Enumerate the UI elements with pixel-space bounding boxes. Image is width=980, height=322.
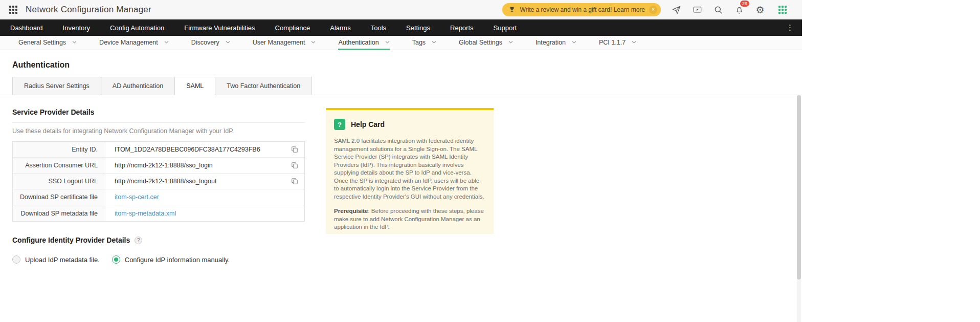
row-label: Download SP certificate file — [13, 189, 105, 205]
nav-item-firmware-vulnerabilities[interactable]: Firmware Vulnerabilities — [184, 24, 255, 32]
nav-item-settings[interactable]: Settings — [406, 24, 430, 32]
chevron-down-icon — [164, 41, 169, 44]
sp-metadata-download-link[interactable]: itom-sp-metadata.xml — [115, 210, 176, 217]
configure-idp-title: Configure Identity Provider Details — [12, 236, 130, 244]
video-tour-icon[interactable] — [692, 4, 703, 15]
table-row: Assertion Consumer URL http://ncmd-2k12-… — [13, 158, 304, 174]
app-grid-icon[interactable] — [9, 6, 17, 14]
sso-logout-url-value: http://ncmd-2k12-1:8888/sso_logout — [105, 174, 287, 189]
row-label: SSO Logout URL — [13, 174, 105, 189]
help-card-title: Help Card — [351, 120, 385, 128]
chevron-down-icon — [632, 41, 636, 44]
chevron-down-icon — [432, 41, 436, 44]
search-icon[interactable] — [712, 4, 724, 15]
help-question-icon[interactable]: ? — [135, 237, 142, 244]
nav-item-dashboard[interactable]: Dashboard — [10, 24, 43, 32]
subnav-item-pci[interactable]: PCI 1.1.7 — [599, 36, 636, 50]
radio-upload-idp-metadata[interactable]: Upload IdP metadata file. — [12, 255, 100, 264]
apps-launcher-icon[interactable] — [778, 6, 787, 14]
row-label: Assertion Consumer URL — [13, 158, 105, 173]
notifications-bell-icon[interactable]: 29 — [733, 4, 745, 15]
tab-two-factor-authentication[interactable]: Two Factor Authentication — [215, 77, 312, 95]
more-options-icon[interactable]: ⋮ — [786, 23, 794, 32]
idp-options: Upload IdP metadata file. Configure IdP … — [12, 255, 305, 264]
copy-icon[interactable] — [291, 142, 298, 157]
chevron-down-icon — [72, 41, 77, 44]
subnav-item-general-settings[interactable]: General Settings — [18, 36, 77, 50]
nav-item-compliance[interactable]: Compliance — [275, 24, 310, 32]
auth-tabs: Radius Server Settings AD Authentication… — [0, 77, 802, 95]
help-card: ? Help Card SAML 2.0 facilitates integra… — [326, 108, 494, 234]
page-title: Authentication — [12, 60, 802, 70]
copy-icon[interactable] — [291, 174, 298, 189]
nav-item-support[interactable]: Support — [494, 24, 517, 32]
promo-close-icon[interactable]: × — [649, 6, 657, 14]
chevron-down-icon — [311, 41, 316, 44]
radio-button-icon-selected[interactable] — [112, 255, 120, 264]
row-label: Download SP metadata file — [13, 205, 105, 221]
section-title: Service Provider Details — [12, 108, 305, 123]
header-actions: Write a review and win a gift card! Lear… — [502, 3, 795, 16]
tab-radius-server-settings[interactable]: Radius Server Settings — [12, 77, 101, 95]
configure-idp-section: Configure Identity Provider Details ? Up… — [12, 236, 305, 264]
copy-icon[interactable] — [291, 158, 298, 173]
send-feedback-icon[interactable] — [671, 4, 682, 15]
acs-url-value: http://ncmd-2k12-1:8888/sso_login — [105, 158, 287, 173]
nav-item-alarms[interactable]: Alarms — [330, 24, 350, 32]
entity-id-value: ITOM_1DD2A78DBEBC096DFC38A177C4293FB6 — [105, 142, 287, 157]
chevron-down-icon — [385, 41, 390, 44]
radio-button-icon[interactable] — [12, 255, 20, 264]
subnav-item-global-settings[interactable]: Global Settings — [459, 36, 513, 50]
app-window: Network Configuration Manager Write a re… — [0, 0, 802, 322]
nav-item-tools[interactable]: Tools — [371, 24, 386, 32]
tab-ad-authentication[interactable]: AD Authentication — [101, 77, 175, 95]
subnav-item-authentication[interactable]: Authentication — [338, 36, 389, 50]
tab-saml[interactable]: SAML — [175, 77, 215, 95]
table-row: Download SP metadata file itom-sp-metada… — [13, 205, 304, 221]
subnav-item-integration[interactable]: Integration — [536, 36, 576, 50]
help-card-body: SAML 2.0 facilitates integration with fe… — [334, 137, 485, 201]
top-header: Network Configuration Manager Write a re… — [0, 0, 802, 19]
settings-gear-icon[interactable]: ⚙ — [754, 4, 766, 15]
subnav-item-user-management[interactable]: User Management — [253, 36, 316, 50]
promo-text: Write a review and win a gift card! Lear… — [520, 6, 645, 13]
table-row: Entity ID. ITOM_1DD2A78DBEBC096DFC38A177… — [13, 142, 304, 158]
sp-details-table: Entity ID. ITOM_1DD2A78DBEBC096DFC38A177… — [12, 141, 305, 222]
help-card-prerequisite: Prerequisite: Before proceeding with the… — [334, 207, 485, 231]
service-provider-section: Service Provider Details Use these detai… — [12, 108, 305, 264]
vertical-scrollbar — [797, 95, 801, 322]
main-nav: Dashboard Inventory Config Automation Fi… — [0, 19, 802, 36]
help-card-question-icon: ? — [334, 119, 345, 130]
trophy-icon — [508, 6, 516, 13]
chevron-down-icon — [226, 41, 230, 44]
sp-certificate-download-link[interactable]: itom-sp-cert.cer — [115, 194, 159, 201]
chevron-down-icon — [508, 41, 513, 44]
table-row: SSO Logout URL http://ncmd-2k12-1:8888/s… — [13, 174, 304, 189]
chevron-down-icon — [572, 41, 576, 44]
scrollbar-thumb[interactable] — [797, 95, 801, 280]
subnav-item-discovery[interactable]: Discovery — [191, 36, 230, 50]
subnav-item-device-management[interactable]: Device Management — [99, 36, 169, 50]
nav-item-reports[interactable]: Reports — [450, 24, 474, 32]
nav-item-inventory[interactable]: Inventory — [63, 24, 90, 32]
settings-sub-nav: General Settings Device Management Disco… — [0, 36, 802, 50]
subnav-item-tags[interactable]: Tags — [412, 36, 436, 50]
row-label: Entity ID. — [13, 142, 105, 157]
notification-count-badge: 29 — [740, 1, 749, 7]
promo-banner[interactable]: Write a review and win a gift card! Lear… — [502, 3, 661, 16]
radio-configure-idp-manually[interactable]: Configure IdP information manually. — [112, 255, 230, 264]
saml-tab-content: Service Provider Details Use these detai… — [0, 95, 802, 264]
nav-item-config-automation[interactable]: Config Automation — [110, 24, 164, 32]
table-row: Download SP certificate file itom-sp-cer… — [13, 189, 304, 205]
app-title: Network Configuration Manager — [26, 5, 151, 15]
section-description: Use these details for integrating Networ… — [12, 123, 305, 141]
